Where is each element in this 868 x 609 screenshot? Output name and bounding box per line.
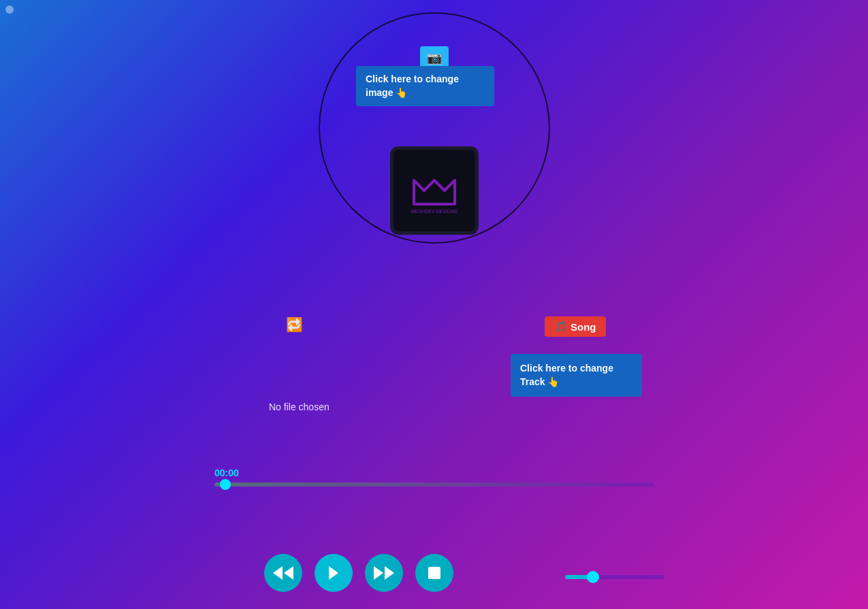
album-circle-container: 📷 MESHDEV DESIGNS — [319, 12, 550, 244]
playback-controls — [264, 554, 453, 592]
fast-forward-button[interactable] — [365, 554, 403, 592]
song-label: Song — [570, 321, 596, 333]
play-button[interactable] — [315, 554, 353, 592]
stop-icon — [428, 567, 440, 579]
progress-track[interactable] — [214, 482, 654, 487]
song-music-icon: 🎵 — [554, 320, 567, 333]
change-image-label: Click here to change image — [366, 73, 459, 98]
meshdev-logo-svg: MESHDEV DESIGNS — [400, 163, 468, 218]
album-art-inner: MESHDEV DESIGNS — [393, 150, 475, 231]
rewind-icon — [273, 566, 293, 580]
top-dot — [5, 5, 14, 14]
repeat-symbol: 🔁 — [286, 317, 303, 332]
fast-forward-icon — [374, 566, 394, 580]
change-image-pointer: 👆 — [396, 87, 407, 98]
change-image-button[interactable]: Click here to change image 👆 — [356, 66, 494, 106]
stop-button[interactable] — [415, 554, 453, 592]
album-circle: 📷 MESHDEV DESIGNS — [319, 12, 550, 244]
svg-text:MESHDEV DESIGNS: MESHDEV DESIGNS — [411, 209, 457, 214]
no-file-label: No file chosen — [269, 401, 329, 412]
repeat-icon[interactable]: 🔁 — [286, 316, 303, 333]
song-button[interactable]: 🎵 Song — [545, 316, 606, 337]
progress-bar-container[interactable] — [214, 480, 654, 489]
progress-thumb[interactable] — [220, 479, 231, 490]
play-icon — [329, 566, 338, 580]
change-track-pointer: 👆 — [547, 376, 559, 387]
change-track-label: Click here to change Track — [520, 363, 613, 387]
rewind-button[interactable] — [264, 554, 302, 592]
time-display: 00:00 — [214, 467, 239, 478]
no-file-text: No file chosen — [269, 401, 329, 412]
volume-track[interactable] — [565, 575, 664, 579]
volume-thumb[interactable] — [587, 571, 599, 583]
time-value: 00:00 — [214, 467, 239, 478]
volume-slider-container[interactable] — [565, 572, 664, 582]
album-art[interactable]: MESHDEV DESIGNS — [390, 146, 479, 235]
change-track-button[interactable]: Click here to change Track 👆 — [511, 354, 642, 397]
